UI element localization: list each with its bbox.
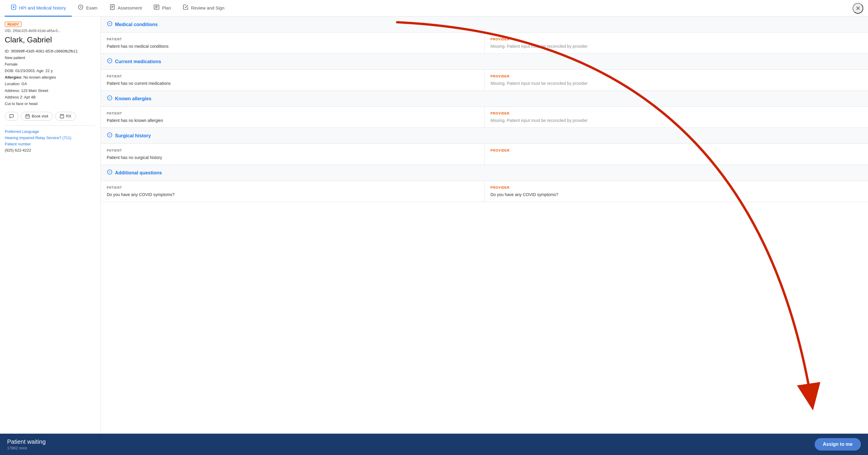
- section-surgical-history: Surgical history PATIENT Patient has no …: [101, 128, 868, 165]
- section-medical-conditions: Medical conditions PATIENT Patient has n…: [101, 17, 868, 54]
- section-current-medications: Current medications PATIENT Patient has …: [101, 54, 868, 91]
- patient-gender: Female: [5, 61, 96, 68]
- provider-col-value-cm: Missing. Patient input must be reconcile…: [491, 81, 862, 86]
- patient-dob: DOB: 01/23/2003, Age: 22 y: [5, 68, 96, 74]
- book-visit-button[interactable]: Book visit: [21, 112, 53, 121]
- patient-details: ID: 3f0999ff-43d5-4081-853f-c9860fb2fb11…: [5, 48, 96, 107]
- patient-col-value-cm: Patient has no current medications: [107, 81, 478, 86]
- bottom-bar: Patient waiting 17862 mins Assign to me: [0, 434, 868, 455]
- tab-review-label: Review and Sign: [191, 5, 224, 10]
- section-surgical-history-body: PATIENT Patient has no surgical history …: [101, 144, 868, 164]
- patient-address1: Address: 123 Main Street: [5, 88, 96, 94]
- patient-col-header-aq: PATIENT: [107, 186, 478, 189]
- tab-hpi[interactable]: HPI and Medical history: [5, 0, 72, 17]
- provider-col-header-ka: PROVIDER: [491, 112, 862, 115]
- section-additional-questions-title: Additional questions: [115, 170, 162, 176]
- patient-col-value-sh: Patient has no surgical history: [107, 155, 478, 160]
- section-known-allergies-body: PATIENT Patient has no known allergies P…: [101, 107, 868, 127]
- provider-col-header-cm: PROVIDER: [491, 74, 862, 78]
- section-current-medications-body: PATIENT Patient has no current medicatio…: [101, 70, 868, 90]
- patient-allergies: Allergies: No known allergies: [5, 74, 96, 81]
- provider-col-header-mc: PROVIDER: [491, 37, 862, 41]
- sidebar-links: Preferred Language Hearing Impaired Rela…: [5, 129, 96, 152]
- patient-col-value-aq: Do you have any COVID symptoms?: [107, 192, 478, 197]
- hpi-icon: [11, 4, 17, 11]
- known-allergies-provider-col: PROVIDER Missing. Patient input must be …: [485, 107, 868, 127]
- patient-waiting-info: Patient waiting 17862 mins: [7, 438, 45, 450]
- patient-id: ID: 3f0999ff-43d5-4081-853f-c9860fb2fb11: [5, 48, 96, 55]
- patient-number-link[interactable]: Patient number: [5, 142, 96, 146]
- tab-plan[interactable]: Plan: [148, 0, 177, 17]
- section-medical-conditions-title: Medical conditions: [115, 22, 158, 27]
- patient-col-value-mc: Patient has no medical conditions: [107, 44, 478, 49]
- section-known-allergies-header: Known allergies: [101, 91, 868, 107]
- rx-button[interactable]: RX: [55, 112, 76, 121]
- chief-complaint: Cut to face or head: [5, 100, 96, 107]
- current-medications-provider-col: PROVIDER Missing. Patient input must be …: [485, 70, 868, 90]
- sidebar: READY VID: 2f5dc325-4b59-41dd-a65a-0... …: [0, 17, 101, 434]
- patient-phone: (925) 622-4222: [5, 148, 96, 152]
- tab-assessment-label: Assessment: [118, 5, 142, 10]
- rx-label: RX: [66, 114, 71, 118]
- section-current-medications-title: Current medications: [115, 59, 161, 64]
- exam-icon: [78, 4, 84, 11]
- hearing-relay-link[interactable]: Hearing Impaired Relay Service? (711): [5, 135, 96, 140]
- vid-text: VID: 2f5dc325-4b59-41dd-a65a-0...: [5, 29, 96, 33]
- tab-assessment[interactable]: Assessment: [103, 0, 148, 17]
- patient-type: New patient: [5, 55, 96, 61]
- plan-icon: [154, 4, 159, 11]
- provider-col-header-sh: PROVIDER: [491, 149, 862, 152]
- book-visit-label: Book visit: [32, 114, 48, 118]
- provider-col-value-aq: Do you have any COVID symptoms?: [491, 192, 862, 197]
- expand-icon-aq: [107, 169, 113, 177]
- additional-questions-patient-col: PATIENT Do you have any COVID symptoms?: [101, 181, 485, 202]
- provider-col-header-aq: PROVIDER: [491, 186, 862, 189]
- section-additional-questions: Additional questions PATIENT Do you have…: [101, 165, 868, 202]
- patient-waiting-title: Patient waiting: [7, 438, 45, 445]
- sidebar-actions: Book visit RX: [5, 112, 96, 121]
- sidebar-divider: [5, 125, 96, 126]
- patient-col-value-ka: Patient has no known allergies: [107, 118, 478, 123]
- tab-plan-label: Plan: [162, 5, 171, 10]
- tab-exam-label: Exam: [86, 5, 97, 10]
- section-current-medications-header: Current medications: [101, 54, 868, 70]
- current-medications-patient-col: PATIENT Patient has no current medicatio…: [101, 70, 485, 90]
- assign-to-me-button[interactable]: Assign to me: [815, 438, 861, 451]
- section-surgical-history-header: Surgical history: [101, 128, 868, 144]
- section-medical-conditions-body: PATIENT Patient has no medical condition…: [101, 33, 868, 53]
- surgical-history-patient-col: PATIENT Patient has no surgical history: [101, 144, 485, 164]
- section-additional-questions-body: PATIENT Do you have any COVID symptoms? …: [101, 181, 868, 202]
- section-surgical-history-title: Surgical history: [115, 133, 151, 139]
- section-known-allergies-title: Known allergies: [115, 96, 152, 101]
- section-known-allergies: Known allergies PATIENT Patient has no k…: [101, 91, 868, 128]
- close-button[interactable]: ✕: [852, 3, 863, 13]
- expand-icon-ka: [107, 95, 113, 102]
- allergies-value: No known allergies: [24, 75, 56, 80]
- patient-address2: Address 2: Apt 4B: [5, 94, 96, 100]
- expand-icon-cm: [107, 58, 113, 65]
- preferred-language-link[interactable]: Preferred Language: [5, 129, 96, 134]
- section-additional-questions-header: Additional questions: [101, 165, 868, 181]
- allergies-label: Allergies:: [5, 75, 22, 80]
- tab-hpi-label: HPI and Medical history: [19, 5, 66, 10]
- section-medical-conditions-header: Medical conditions: [101, 17, 868, 33]
- tab-review[interactable]: Review and Sign: [177, 0, 230, 17]
- svg-rect-16: [60, 115, 64, 118]
- top-nav: HPI and Medical history Exam Assessment …: [0, 0, 868, 17]
- ready-badge: READY: [5, 22, 22, 27]
- patient-waiting-mins: 17862 mins: [7, 446, 45, 450]
- expand-icon-sh: [107, 132, 113, 140]
- main-layout: READY VID: 2f5dc325-4b59-41dd-a65a-0... …: [0, 17, 868, 434]
- patient-name: Clark, Gabriel: [5, 35, 96, 44]
- known-allergies-patient-col: PATIENT Patient has no known allergies: [101, 107, 485, 127]
- surgical-history-provider-col: PROVIDER: [485, 144, 868, 164]
- tab-exam[interactable]: Exam: [72, 0, 103, 17]
- patient-col-header-cm: PATIENT: [107, 74, 478, 78]
- message-button[interactable]: [5, 112, 19, 121]
- provider-col-value-mc: Missing. Patient input must be reconcile…: [491, 44, 862, 49]
- additional-questions-provider-col: PROVIDER Do you have any COVID symptoms?: [485, 181, 868, 202]
- patient-col-header-ka: PATIENT: [107, 112, 478, 115]
- svg-rect-12: [26, 115, 29, 118]
- assessment-icon: [110, 4, 115, 11]
- patient-location: Location: GA: [5, 81, 96, 87]
